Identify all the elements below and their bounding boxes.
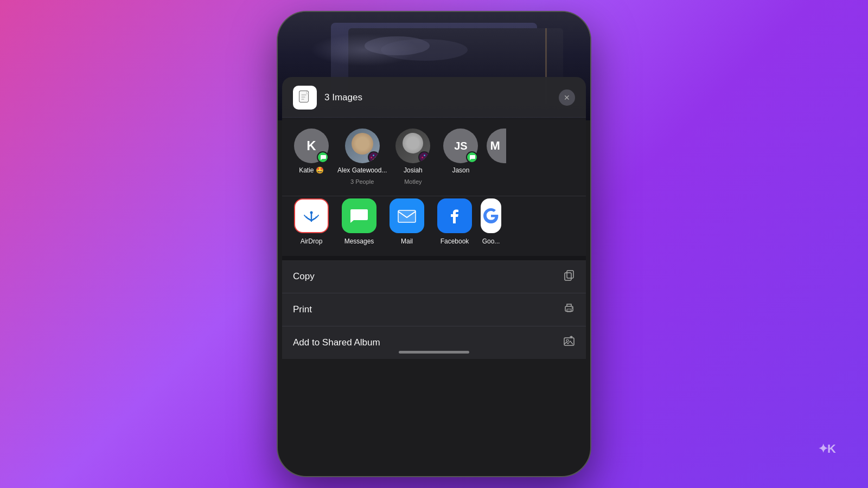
action-row-copy[interactable]: Copy xyxy=(282,260,586,293)
svg-rect-2 xyxy=(371,157,372,158)
action-row-shared-album[interactable]: Add to Shared Album xyxy=(282,326,586,359)
svg-rect-12 xyxy=(398,210,416,222)
share-sheet: 3 Images ✕ K Katie xyxy=(278,77,590,359)
avatar-initials-js: JS xyxy=(454,140,467,152)
badge-messages-katie xyxy=(317,151,329,163)
google-icon xyxy=(481,198,501,233)
actions-section: Copy Print xyxy=(282,260,586,359)
person-item-josiah[interactable]: Josiah Motley xyxy=(391,129,435,185)
share-header: 3 Images ✕ xyxy=(282,77,586,117)
svg-rect-7 xyxy=(424,155,425,156)
svg-rect-5 xyxy=(373,159,374,160)
airdrop-icon xyxy=(294,198,329,233)
app-item-airdrop[interactable]: AirDrop xyxy=(290,198,333,245)
avatar-initials-m: M xyxy=(490,139,500,153)
svg-rect-3 xyxy=(373,155,374,156)
app-name-messages: Messages xyxy=(344,237,374,245)
copy-icon xyxy=(563,269,575,284)
svg-rect-8 xyxy=(426,157,427,158)
person-name-katie: Katie 🤩 xyxy=(299,166,324,175)
person-item-katie[interactable]: K Katie 🤩 xyxy=(290,129,333,185)
app-name-airdrop: AirDrop xyxy=(301,237,323,245)
close-icon: ✕ xyxy=(564,93,570,102)
home-indicator xyxy=(399,351,469,354)
knowtechie-watermark: ✦K xyxy=(818,440,835,466)
facebook-icon xyxy=(437,198,472,233)
person-sublabel-josiah: Motley xyxy=(404,178,422,185)
person-sublabel-alex: 3 People xyxy=(350,178,374,185)
divider-3 xyxy=(282,256,586,260)
phone-screen: 3 Images ✕ K Katie xyxy=(278,12,590,476)
action-label-copy: Copy xyxy=(293,271,563,282)
badge-slack-josiah xyxy=(418,151,430,163)
app-name-mail: Mail xyxy=(401,237,413,245)
app-item-google[interactable]: Goo... xyxy=(481,198,501,245)
svg-rect-14 xyxy=(567,271,573,278)
app-item-facebook[interactable]: Facebook xyxy=(433,198,476,245)
person-item-jason[interactable]: JS Jason xyxy=(439,129,482,185)
avatar-katie: K xyxy=(294,129,329,163)
avatar-initials-k: K xyxy=(307,138,316,153)
share-file-icon xyxy=(293,86,317,110)
share-title: 3 Images xyxy=(324,92,559,103)
badge-slack-alex xyxy=(368,151,380,163)
person-name-alex: Alex Gatewood... xyxy=(337,166,387,175)
person-name-josiah: Josiah xyxy=(404,166,423,175)
close-button[interactable]: ✕ xyxy=(559,89,575,106)
person-item-alex[interactable]: Alex Gatewood... 3 People xyxy=(337,129,387,185)
svg-rect-9 xyxy=(424,159,425,160)
person-item-m[interactable]: M xyxy=(487,129,506,185)
avatar-jason: JS xyxy=(443,129,478,163)
svg-point-18 xyxy=(572,307,573,309)
badge-messages-jason xyxy=(466,151,478,163)
svg-rect-15 xyxy=(565,273,571,280)
action-row-print[interactable]: Print xyxy=(282,293,586,326)
avatar-alex xyxy=(345,129,380,163)
watermark-symbol: ✦ xyxy=(818,442,827,455)
messages-icon xyxy=(342,198,376,233)
svg-rect-4 xyxy=(375,157,376,158)
person-name-jason: Jason xyxy=(452,166,469,175)
print-icon xyxy=(563,302,575,317)
svg-point-20 xyxy=(566,339,569,342)
app-item-mail[interactable]: Mail xyxy=(385,198,429,245)
svg-rect-6 xyxy=(422,157,423,158)
svg-point-11 xyxy=(310,211,313,214)
apps-section: AirDrop Messages xyxy=(282,196,586,256)
shared-album-icon xyxy=(563,335,575,350)
action-label-shared-album: Add to Shared Album xyxy=(293,337,563,348)
action-label-print: Print xyxy=(293,304,563,315)
app-item-messages[interactable]: Messages xyxy=(337,198,381,245)
phone-device: 3 Images ✕ K Katie xyxy=(277,11,591,477)
app-name-google: Goo... xyxy=(482,237,500,245)
watermark-letter: K xyxy=(827,442,835,455)
app-name-facebook: Facebook xyxy=(441,237,469,245)
avatar-josiah xyxy=(395,129,430,163)
people-section: K Katie 🤩 xyxy=(282,118,586,196)
mail-icon xyxy=(390,198,424,233)
